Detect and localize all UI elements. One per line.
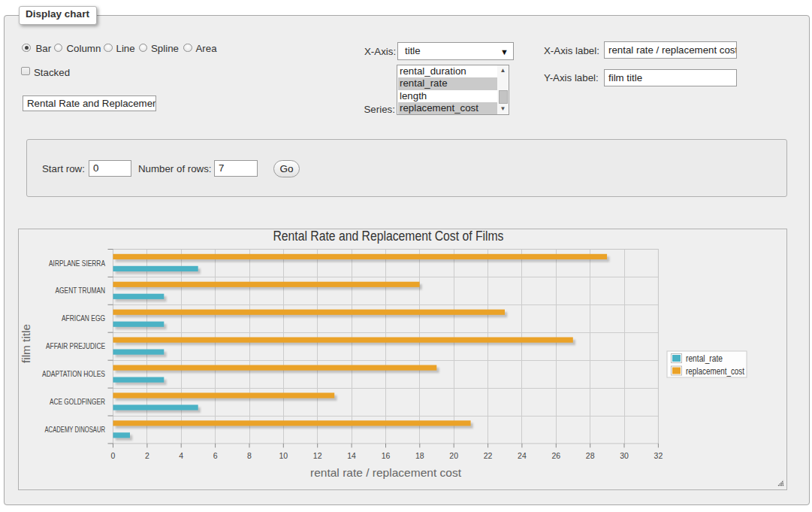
svg-text:28: 28: [586, 451, 595, 460]
svg-text:AFFAIR PREJUDICE: AFFAIR PREJUDICE: [46, 341, 105, 350]
svg-text:AGENT TRUMAN: AGENT TRUMAN: [56, 286, 106, 295]
svg-text:6: 6: [213, 451, 218, 460]
svg-text:film title: film title: [20, 324, 32, 363]
svg-text:AFRICAN EGG: AFRICAN EGG: [62, 314, 105, 323]
svg-text:20: 20: [449, 451, 458, 460]
svg-text:12: 12: [313, 451, 322, 460]
svg-text:ACE GOLDFINGER: ACE GOLDFINGER: [50, 397, 105, 406]
svg-text:ACADEMY DINOSAUR: ACADEMY DINOSAUR: [45, 425, 106, 434]
svg-text:4: 4: [179, 451, 183, 460]
svg-text:16: 16: [382, 451, 391, 460]
svg-text:replacement_cost: replacement_cost: [686, 366, 745, 377]
svg-text:32: 32: [654, 451, 663, 460]
svg-text:18: 18: [415, 451, 424, 460]
svg-text:AIRPLANE SIERRA: AIRPLANE SIERRA: [49, 259, 105, 268]
svg-text:22: 22: [484, 451, 493, 460]
svg-text:8: 8: [247, 451, 252, 460]
svg-text:30: 30: [620, 451, 629, 460]
svg-text:0: 0: [111, 451, 116, 460]
svg-text:26: 26: [551, 451, 560, 460]
svg-text:10: 10: [279, 451, 288, 460]
svg-text:14: 14: [347, 451, 356, 460]
svg-text:rental_rate: rental_rate: [686, 353, 723, 364]
svg-text:rental rate / replacement cost: rental rate / replacement cost: [310, 466, 462, 479]
svg-text:2: 2: [145, 451, 149, 460]
svg-text:ADAPTATION HOLES: ADAPTATION HOLES: [42, 369, 105, 378]
svg-text:Rental Rate and Replacement Co: Rental Rate and Replacement Cost of Film…: [273, 229, 504, 244]
svg-text:24: 24: [518, 451, 527, 460]
